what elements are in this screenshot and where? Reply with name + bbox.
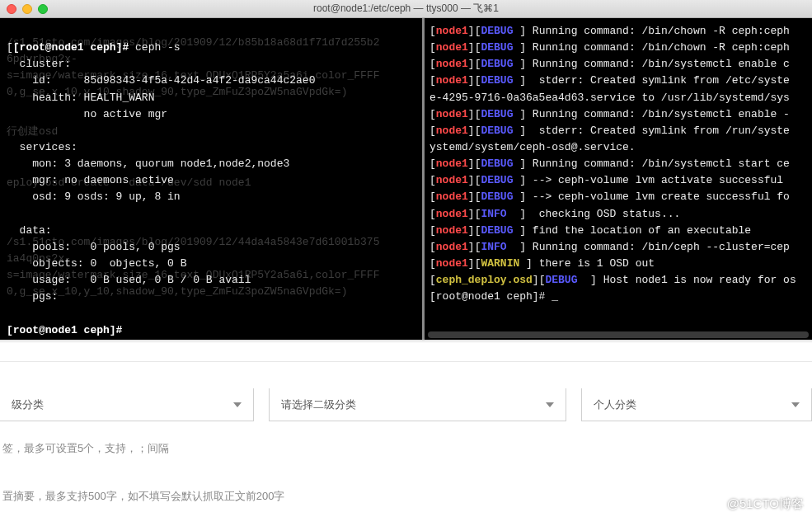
terminal-right-pane[interactable]: [node1][DEBUG ] Running command: /bin/ch… bbox=[422, 18, 812, 340]
output-line: osd: 9 osds: 9 up, 8 in bbox=[7, 190, 181, 203]
shell-prompt: [root@node1 ceph]# bbox=[13, 41, 135, 54]
editor-panel: 级分类 请选择二级分类 个人分类 签，最多可设置5个，支持，；间隔 置摘要，最多… bbox=[0, 340, 812, 517]
output-line: pools: 0 pools, 0 pgs bbox=[7, 241, 181, 253]
chevron-down-icon bbox=[546, 402, 554, 407]
output-line: services: bbox=[7, 141, 77, 153]
dropdown-label: 级分类 bbox=[12, 397, 44, 412]
output-line: no active mgr bbox=[7, 108, 167, 120]
output-line bbox=[7, 125, 13, 137]
dropdown-personal-category[interactable]: 个人分类 bbox=[581, 388, 812, 421]
output-line: id: 85d98343-4f5a-42d4-a4f2-da9ca44c2ae0 bbox=[7, 74, 315, 87]
terminal-split: /s1.51cto.com/images/blog/201909/12/b85b… bbox=[0, 18, 812, 340]
output-line: data: bbox=[7, 224, 52, 237]
output-line: pgs: bbox=[7, 290, 90, 303]
close-icon[interactable] bbox=[7, 4, 16, 14]
shell-command: ceph -s bbox=[135, 41, 181, 54]
shell-prompt: [root@node1 ceph]# bbox=[7, 324, 129, 336]
dropdown-label: 请选择二级分类 bbox=[281, 397, 356, 412]
dropdown-secondary-category[interactable]: 请选择二级分类 bbox=[269, 388, 567, 421]
watermark: @51CTO博客 bbox=[727, 496, 804, 512]
summary-hint: 置摘要，最多支持500字，如不填写会默认抓取正文前200字 bbox=[0, 456, 812, 504]
output-line: cluster: bbox=[7, 58, 71, 70]
window-titlebar: root@node1:/etc/ceph — ttys000 — 飞⌘1 bbox=[0, 0, 812, 18]
terminal-right-output: [node1][DEBUG ] Running command: /bin/ch… bbox=[429, 23, 812, 305]
traffic-lights bbox=[7, 4, 48, 14]
maximize-icon[interactable] bbox=[38, 4, 48, 14]
output-line bbox=[7, 208, 13, 220]
chevron-down-icon bbox=[791, 402, 800, 407]
minimize-icon[interactable] bbox=[22, 4, 32, 14]
output-line: usage: 0 B used, 0 B / 0 B avail bbox=[7, 274, 251, 286]
output-line bbox=[7, 307, 13, 319]
output-line: mon: 3 daemons, quorum node1,node2,node3 bbox=[7, 157, 289, 170]
tags-hint: 签，最多可设置5个，支持，；间隔 bbox=[0, 421, 812, 456]
scrollbar-horizontal[interactable] bbox=[428, 331, 809, 338]
chevron-down-icon bbox=[233, 402, 242, 407]
output-line: mgr: no daemons active bbox=[7, 174, 174, 186]
output-line: objects: 0 objects, 0 B bbox=[7, 257, 186, 270]
category-row: 级分类 请选择二级分类 个人分类 bbox=[0, 361, 812, 421]
dropdown-primary-category[interactable]: 级分类 bbox=[0, 388, 254, 421]
terminal-left-pane[interactable]: /s1.51cto.com/images/blog/201909/12/b85b… bbox=[0, 18, 422, 340]
window-title: root@node1:/etc/ceph — ttys000 — 飞⌘1 bbox=[0, 2, 812, 16]
panel-shadow bbox=[0, 340, 812, 343]
dropdown-label: 个人分类 bbox=[594, 397, 636, 412]
terminal-left-output: [[root@node1 ceph]# ceph -s cluster: id:… bbox=[7, 23, 415, 340]
output-line: health: HEALTH_WARN bbox=[7, 92, 154, 104]
